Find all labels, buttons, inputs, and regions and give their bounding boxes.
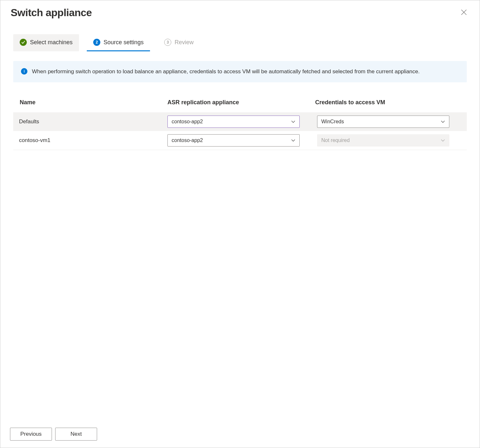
info-banner-text: When performing switch operation to load… — [32, 67, 420, 76]
step-source-settings[interactable]: 2 Source settings — [87, 34, 150, 51]
dropdown-value: Not required — [321, 137, 350, 143]
close-button[interactable] — [458, 7, 469, 18]
step-label: Source settings — [104, 39, 144, 46]
close-icon — [461, 9, 467, 15]
step-label: Review — [175, 39, 194, 46]
dropdown-value: contoso-app2 — [172, 119, 203, 125]
appliance-dropdown[interactable]: contoso-app2 — [167, 134, 300, 147]
col-header-credentials: Credentials to access VM — [315, 99, 460, 106]
step-select-machines[interactable]: Select machines — [13, 34, 79, 51]
panel-header: Switch appliance — [0, 0, 480, 21]
table-row-defaults: Defaults contoso-app2 WinCreds — [13, 112, 467, 131]
table-header-row: Name ASR replication appliance Credentia… — [13, 95, 467, 112]
svg-rect-1 — [24, 71, 25, 73]
info-banner: When performing switch operation to load… — [13, 61, 467, 82]
info-icon — [21, 68, 27, 75]
switch-appliance-panel: Switch appliance Select machines 2 Sourc… — [0, 0, 480, 448]
previous-button[interactable]: Previous — [10, 428, 52, 441]
chevron-down-icon — [291, 138, 295, 143]
chevron-down-icon — [291, 119, 295, 124]
step-review[interactable]: 3 Review — [158, 34, 200, 51]
col-header-appliance: ASR replication appliance — [167, 99, 313, 106]
config-table: Name ASR replication appliance Credentia… — [13, 95, 467, 150]
chevron-down-icon — [441, 138, 445, 143]
col-header-name: Name — [20, 99, 165, 106]
credentials-dropdown[interactable]: WinCreds — [317, 116, 449, 128]
credentials-dropdown-disabled: Not required — [317, 134, 449, 147]
step-number-icon: 3 — [164, 39, 171, 46]
appliance-dropdown[interactable]: contoso-app2 — [167, 116, 300, 128]
step-label: Select machines — [30, 39, 73, 46]
dropdown-value: WinCreds — [321, 119, 344, 125]
next-button[interactable]: Next — [55, 428, 97, 441]
chevron-down-icon — [441, 119, 445, 124]
svg-point-0 — [24, 70, 25, 71]
dropdown-value: contoso-app2 — [172, 137, 203, 143]
content-area: Select machines 2 Source settings 3 Revi… — [0, 21, 480, 423]
row-name: Defaults — [18, 118, 165, 125]
page-title: Switch appliance — [11, 7, 92, 19]
row-name: contoso-vm1 — [18, 137, 165, 144]
step-number-icon: 2 — [93, 39, 100, 46]
wizard-steps: Select machines 2 Source settings 3 Revi… — [13, 34, 467, 51]
table-row: contoso-vm1 contoso-app2 Not required — [13, 131, 467, 150]
panel-footer: Previous Next — [0, 423, 480, 448]
checkmark-icon — [20, 39, 27, 46]
